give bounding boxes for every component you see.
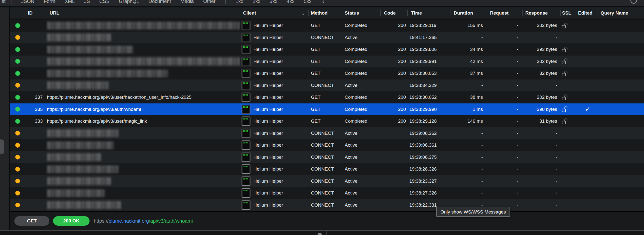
request-id: [25, 163, 46, 175]
column-header-request[interactable]: Request: [487, 8, 522, 18]
client-name: Helium Helper: [254, 130, 283, 136]
request-row[interactable]: execHelium HelperCONNECTActive19:39:08.3…: [10, 139, 644, 151]
filter-tab-css[interactable]: CSS: [99, 0, 109, 6]
filter-tab-other[interactable]: Other: [203, 0, 216, 6]
request-row[interactable]: execHelium HelperCONNECTActive19:38:34.3…: [10, 80, 644, 92]
filter-tab-js[interactable]: JS: [84, 0, 90, 6]
green-status-dot: [15, 71, 20, 76]
request-row[interactable]: 335https://plume.hackmit.org/api/v3/auth…: [10, 104, 644, 116]
response-code: [380, 127, 407, 140]
edited-cell: [577, 187, 598, 199]
filter-tab-json[interactable]: JSON: [21, 0, 34, 6]
client-app-icon: exec: [242, 116, 250, 126]
edited-cell: [577, 44, 598, 56]
request-time: 19:38:27.326: [407, 187, 450, 199]
query-name-cell: [598, 187, 644, 199]
unlock-icon: [562, 46, 568, 53]
column-header-query-name[interactable]: Query Name: [598, 8, 644, 18]
column-header-response[interactable]: Response: [522, 8, 560, 18]
sidebar-drawer-handle[interactable]: [0, 140, 4, 154]
client-name: Helium Helper: [254, 47, 283, 52]
request-size: -: [487, 104, 522, 116]
orange-status-dot: [15, 167, 20, 172]
ssl-cell: [560, 187, 577, 199]
request-duration: 146 ms: [450, 115, 487, 127]
request-row[interactable]: execHelium HelperGETCompleted20019:38:29…: [10, 44, 644, 56]
column-header-id[interactable]: ID: [25, 8, 46, 18]
filter-tab-document[interactable]: Document: [148, 0, 171, 6]
filter-tab-graphql[interactable]: GraphQL: [119, 0, 139, 6]
request-row[interactable]: execHelium HelperCONNECTActive19:41:17.3…: [10, 32, 644, 44]
request-row[interactable]: 337https://plume.hackmit.org/api/v3/user…: [10, 91, 644, 104]
response-size: -: [522, 163, 560, 175]
column-header-duration[interactable]: Duration: [450, 8, 487, 18]
request-status: Active: [342, 151, 380, 164]
query-name-cell: [598, 175, 644, 187]
request-url: https://plume.hackmit.org/api/v3/auth/wh…: [46, 104, 240, 116]
response-size: -: [522, 187, 560, 199]
column-header-edited[interactable]: Edited: [577, 8, 598, 18]
client-name: Helium Helper: [254, 142, 283, 148]
client-name: Helium Helper: [254, 190, 283, 196]
filter-tab-2xx[interactable]: 2xx: [253, 0, 260, 6]
column-header-time[interactable]: Time: [407, 8, 450, 18]
request-size: -: [487, 163, 522, 175]
request-row[interactable]: execHelium HelperCONNECTActive19:38:27.3…: [10, 187, 644, 199]
request-row[interactable]: 333https://plume.hackmit.org/api/v3/user…: [10, 115, 644, 127]
edited-cell: [577, 151, 598, 164]
column-header-url[interactable]: URL: [46, 8, 240, 18]
request-row[interactable]: execHelium HelperGETCompleted20019:38:29…: [10, 56, 644, 68]
chevron-left-icon[interactable]: ‹: [322, 0, 324, 6]
request-method: CONNECT: [308, 80, 342, 92]
request-id: 337: [25, 91, 46, 104]
request-id: [25, 175, 46, 187]
ssl-cell: [560, 91, 577, 104]
request-row[interactable]: execHelium HelperCONNECTActive19:38:22.3…: [10, 199, 644, 211]
request-row[interactable]: execHelium HelperGETCompleted20019:38:29…: [10, 20, 644, 32]
request-duration: 155 ms: [450, 20, 487, 32]
filter-tab-xml[interactable]: XML: [65, 0, 75, 6]
request-duration: 38 ms: [450, 91, 487, 104]
query-name-cell: [598, 104, 644, 116]
column-header-ssl[interactable]: SSL: [560, 8, 577, 18]
filter-tab-5xx[interactable]: 5xx: [304, 0, 312, 6]
orange-status-dot: [15, 155, 20, 160]
request-url: https://plume.hackmit.org/api/v3/user/ma…: [46, 115, 240, 127]
edited-cell: [577, 115, 598, 127]
request-id: [25, 80, 46, 92]
column-header-method[interactable]: Method: [308, 8, 342, 18]
response-size: 293 bytes: [522, 44, 560, 56]
client-app-icon: exec: [242, 21, 250, 30]
request-row[interactable]: execHelium HelperCONNECTActive19:38:23.3…: [10, 175, 644, 187]
request-size: -: [487, 115, 522, 127]
filter-tab-partial[interactable]: et: [2, 0, 6, 6]
request-status: Active: [342, 127, 380, 140]
table-header: ID URL Client ⌄ Method Status Code Time …: [10, 8, 644, 19]
request-row[interactable]: execHelium HelperGETCompleted20019:38:30…: [10, 68, 644, 80]
column-header-code[interactable]: Code: [380, 8, 407, 18]
request-row[interactable]: execHelium HelperCONNECTActive19:38:28.3…: [10, 163, 644, 175]
column-header-status[interactable]: Status: [342, 8, 380, 18]
redacted-url: [47, 34, 111, 41]
request-row[interactable]: execHelium HelperCONNECTActive19:39:08.3…: [10, 127, 644, 140]
unlock-icon: [562, 94, 568, 101]
status-dot-cell: [10, 56, 25, 68]
unlock-icon: [562, 118, 568, 125]
filter-tab-media[interactable]: Media: [180, 0, 194, 6]
filter-tab-3xx[interactable]: 3xx: [270, 0, 277, 6]
pane-split-line[interactable]: [326, 231, 327, 235]
column-header-client[interactable]: Client ⌄: [240, 8, 308, 18]
request-duration: -: [450, 175, 487, 187]
filter-tab-1xx[interactable]: 1xx: [236, 0, 243, 6]
chevron-down-icon[interactable]: ⌄: [301, 12, 306, 14]
request-row[interactable]: execHelium HelperCONNECTActive19:39:08.3…: [10, 151, 644, 164]
filter-tab-form[interactable]: Form: [44, 0, 55, 6]
client-app-icon: exec: [242, 33, 250, 42]
filter-tab-4xx[interactable]: 4xx: [287, 0, 294, 6]
request-url: [46, 199, 240, 211]
edited-cell: [577, 68, 598, 80]
help-circle-icon[interactable]: [630, 0, 637, 4]
client-cell: execHelium Helper: [240, 151, 308, 164]
request-url: [46, 163, 240, 175]
request-duration: 37 ms: [450, 68, 487, 80]
